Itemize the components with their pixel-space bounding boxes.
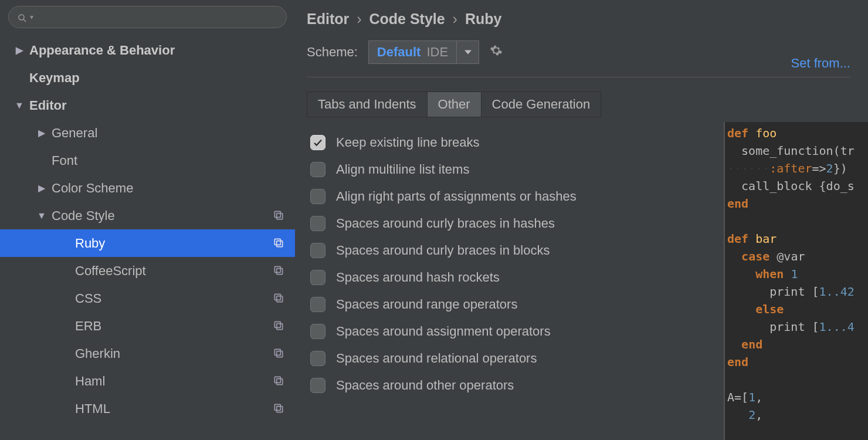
tree-item-label: Code Style: [52, 208, 273, 224]
svg-rect-3: [274, 211, 280, 217]
checkbox[interactable]: [310, 216, 326, 231]
settings-tree: ▶Appearance & Behavior▶Keymap▼Editor▶Gen…: [0, 36, 295, 422]
svg-rect-14: [277, 378, 283, 384]
tree-item-haml[interactable]: ▶Haml: [0, 367, 295, 395]
chevron-down-icon[interactable]: [456, 41, 479, 63]
option-label: Spaces around relational operators: [336, 351, 537, 366]
tree-item-label: Keymap: [29, 70, 286, 86]
option-spaces-around-curly-braces-in-blocks: Spaces around curly braces in blocks: [310, 237, 724, 264]
svg-rect-5: [274, 239, 280, 245]
checkbox[interactable]: [310, 297, 326, 312]
settings-sidebar: ▾ ▶Appearance & Behavior▶Keymap▼Editor▶G…: [0, 0, 295, 440]
tree-item-label: General: [52, 126, 286, 141]
option-label: Spaces around assignment operators: [336, 324, 551, 339]
checkbox[interactable]: [310, 243, 326, 258]
tree-item-label: CoffeeScript: [75, 263, 273, 279]
breadcrumb-separator: ›: [353, 11, 365, 27]
svg-line-1: [23, 19, 26, 22]
option-spaces-around-range-operators: Spaces around range operators: [310, 291, 724, 318]
option-label: Align multiline list items: [336, 162, 469, 177]
svg-rect-12: [277, 351, 283, 357]
copy-scheme-icon[interactable]: [273, 347, 286, 360]
search-input[interactable]: ▾: [8, 6, 287, 28]
tree-item-keymap[interactable]: ▶Keymap: [0, 64, 295, 92]
svg-rect-2: [277, 213, 283, 219]
tree-item-ruby[interactable]: ▶Ruby: [0, 229, 295, 257]
main-panel: Editor › Code Style › Ruby Scheme: Defau…: [295, 0, 868, 440]
tree-item-label: ERB: [75, 319, 273, 334]
divider: [307, 77, 850, 77]
set-from-link[interactable]: Set from...: [791, 40, 868, 71]
tree-item-label: CSS: [75, 291, 273, 306]
checkbox[interactable]: [310, 189, 326, 204]
scheme-select[interactable]: Default IDE: [368, 40, 479, 64]
tree-item-erb[interactable]: ▶ERB: [0, 312, 295, 340]
copy-scheme-icon[interactable]: [273, 375, 286, 388]
copy-scheme-icon[interactable]: [273, 320, 286, 333]
tree-item-font[interactable]: ▶Font: [0, 147, 295, 174]
chevron-down-icon: ▼: [14, 100, 25, 111]
code-preview: def foo some_function(tr ······:after=>2…: [724, 122, 868, 440]
gear-icon[interactable]: [490, 44, 503, 60]
svg-rect-6: [277, 268, 283, 274]
checkbox[interactable]: [310, 324, 326, 339]
svg-rect-7: [274, 266, 280, 272]
tree-item-label: HTML: [75, 401, 273, 417]
option-label: Spaces around range operators: [336, 297, 517, 312]
scheme-label: Scheme:: [307, 45, 358, 60]
option-label: Align right parts of assignments or hash…: [336, 189, 577, 204]
option-spaces-around-hash-rockets: Spaces around hash rockets: [310, 264, 724, 291]
option-label: Keep existing line breaks: [336, 135, 480, 150]
tree-item-label: Appearance & Behavior: [29, 43, 286, 58]
tree-item-code-style[interactable]: ▼Code Style: [0, 202, 295, 229]
copy-scheme-icon[interactable]: [273, 209, 286, 222]
search-icon: [17, 12, 28, 22]
checkbox[interactable]: [310, 351, 326, 366]
breadcrumb: Editor › Code Style › Ruby: [307, 11, 868, 40]
checkbox[interactable]: [310, 270, 326, 285]
checkbox[interactable]: [310, 135, 326, 150]
breadcrumb-separator: ›: [449, 11, 461, 27]
tree-item-gherkin[interactable]: ▶Gherkin: [0, 340, 295, 367]
chevron-down-icon: ▾: [30, 13, 33, 21]
option-label: Spaces around hash rockets: [336, 270, 500, 285]
copy-scheme-icon[interactable]: [273, 237, 286, 250]
tree-item-appearance-behavior[interactable]: ▶Appearance & Behavior: [0, 36, 295, 64]
chevron-right-icon: ▶: [14, 45, 25, 56]
option-align-right-parts-of-assignments-or-hashes: Align right parts of assignments or hash…: [310, 183, 724, 210]
chevron-right-icon: ▶: [36, 127, 47, 138]
tree-item-label: Font: [52, 153, 286, 168]
tree-item-general[interactable]: ▶General: [0, 119, 295, 147]
tree-item-html[interactable]: ▶HTML: [0, 395, 295, 422]
copy-scheme-icon[interactable]: [273, 265, 286, 277]
option-align-multiline-list-items: Align multiline list items: [310, 156, 724, 183]
svg-rect-13: [274, 349, 280, 355]
option-keep-existing-line-breaks: Keep existing line breaks: [310, 129, 724, 156]
option-label: Spaces around curly braces in blocks: [336, 243, 550, 258]
option-spaces-around-relational-operators: Spaces around relational operators: [310, 345, 724, 372]
tab-tabs-and-indents[interactable]: Tabs and Indents: [307, 92, 428, 117]
options-list: Keep existing line breaksAlign multiline…: [307, 122, 724, 440]
option-spaces-around-other-operators: Spaces around other operators: [310, 372, 724, 399]
svg-rect-16: [277, 406, 283, 412]
option-spaces-around-curly-braces-in-hashes: Spaces around curly braces in hashes: [310, 210, 724, 237]
copy-scheme-icon[interactable]: [273, 402, 286, 415]
tree-item-color-scheme[interactable]: ▶Color Scheme: [0, 174, 295, 202]
checkbox[interactable]: [310, 378, 326, 393]
tree-item-editor[interactable]: ▼Editor: [0, 92, 295, 119]
tree-item-label: Color Scheme: [52, 181, 286, 196]
copy-scheme-icon[interactable]: [273, 292, 286, 305]
tree-item-coffeescript[interactable]: ▶CoffeeScript: [0, 257, 295, 285]
chevron-down-icon: ▼: [36, 211, 47, 221]
tree-item-label: Editor: [29, 98, 286, 113]
svg-rect-8: [277, 296, 283, 302]
tab-other[interactable]: Other: [428, 92, 482, 117]
checkbox[interactable]: [310, 162, 326, 177]
tree-item-css[interactable]: ▶CSS: [0, 285, 295, 312]
tree-item-label: Ruby: [75, 236, 273, 251]
tree-item-label: Haml: [75, 374, 273, 389]
svg-rect-4: [277, 241, 283, 246]
tab-code-generation[interactable]: Code Generation: [482, 92, 601, 117]
tree-item-label: Gherkin: [75, 346, 273, 361]
option-label: Spaces around curly braces in hashes: [336, 216, 555, 231]
